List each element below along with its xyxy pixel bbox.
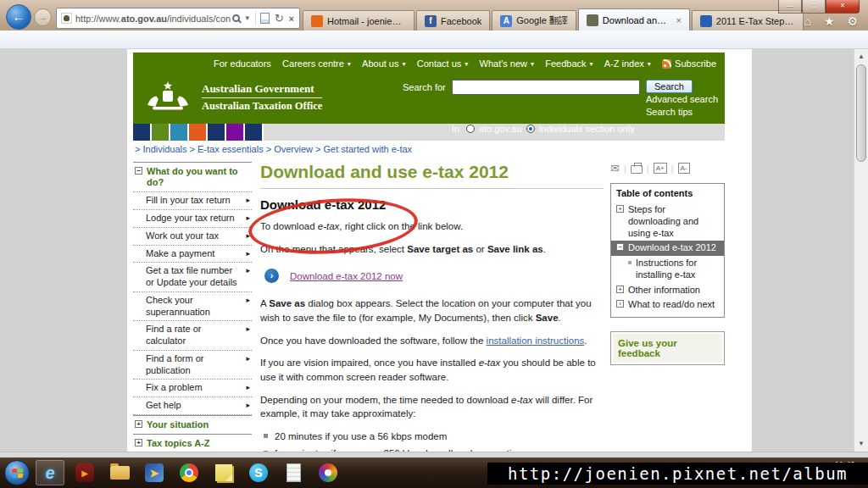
taskbar-notepad-icon[interactable] [279,460,308,485]
tab-google-translate[interactable]: A Google 翻譯 [492,10,576,30]
close-button[interactable]: × [826,0,860,14]
expand-icon[interactable]: + [616,205,624,213]
search-button[interactable]: Search [646,80,693,93]
section-tab[interactable] [226,124,243,141]
search-input[interactable] [452,80,640,95]
scrollbar-thumb[interactable] [856,64,866,162]
section-tab[interactable] [170,124,187,141]
email-icon[interactable]: ✉ [610,162,620,175]
taskbar-chrome-icon[interactable] [175,460,203,485]
download-etax-link[interactable]: Download e-tax 2012 now [290,271,403,281]
print-icon[interactable] [631,165,643,174]
section-tab[interactable] [189,124,206,141]
header-nav-item[interactable]: A-Z index ▾ [604,58,651,69]
expand-icon[interactable]: + [135,420,142,428]
taskbar-folder-icon[interactable] [105,460,134,485]
sidebar-section[interactable]: + Your situation [133,415,252,434]
sidebar-link[interactable]: Fill in your tax return ▸ [133,192,252,210]
radio-ato-gov-au[interactable] [466,125,475,133]
chevron-down-icon: ▾ [465,60,468,68]
tab-facebook[interactable]: f Facebook [416,10,490,30]
sidebar-section-what-to-do[interactable]: − What do you want to do? [133,162,252,192]
tab-ato-download[interactable]: Download and use ... × [578,8,690,30]
toc-item[interactable]: − Download e-tax 2012 [611,241,724,256]
expand-icon[interactable]: + [616,286,624,293]
section-tab[interactable] [152,124,169,141]
sidebar-link[interactable]: Get a tax file number or Update your det… [133,263,252,292]
header-nav-item[interactable]: About us ▾ [362,58,405,69]
search-scope-label: In: [452,124,462,134]
radio-individuals-only[interactable] [526,125,535,133]
taskbar-sticky-notes-icon[interactable] [209,460,238,485]
search-icon[interactable] [232,14,240,22]
header-nav-item[interactable]: Careers centre ▾ [282,58,351,69]
vertical-scrollbar[interactable]: ▲ ▼ [854,49,868,458]
stop-icon[interactable]: × [289,14,294,24]
expand-icon[interactable]: + [135,439,142,446]
text-larger-icon[interactable]: A+ [654,163,667,174]
start-button[interactable] [4,460,30,485]
feedback-button[interactable]: Give us your feedback [610,331,725,365]
scroll-up-arrow[interactable]: ▲ [854,50,868,64]
site-logo[interactable]: Australian Government Australian Taxatio… [142,80,322,114]
sidebar-link[interactable]: Find a rate or calculator ▸ [133,321,252,351]
sidebar-link[interactable]: Find a form or publication ▸ [133,351,252,380]
tab-favicon: A [500,15,512,27]
address-dropdown-icon[interactable]: ▼ [244,14,251,22]
list-item: 20 minutes if you use a 56 kbps modem [264,430,604,443]
sidebar-link[interactable]: Make a payment ▸ [133,246,252,263]
paragraph: On the menu that appears, select Save ta… [260,242,604,257]
sidebar-link[interactable]: Get help ▸ [133,397,252,415]
toc-item[interactable]: + Other information [616,283,719,298]
favorites-star-icon[interactable]: ★ [824,14,835,28]
tools-gear-icon[interactable]: ⚙ [847,14,858,28]
scroll-down-arrow[interactable]: ▼ [854,437,868,451]
section-tab[interactable] [208,124,225,141]
toc-item[interactable]: Instructions for installing e-tax [616,256,719,283]
back-button[interactable]: ← [6,4,31,30]
taskbar-skype-icon[interactable]: S [244,460,273,485]
sidebar-section[interactable]: + Tax topics A-Z [133,434,252,452]
section-tab[interactable] [133,124,150,141]
forward-button[interactable]: → [34,8,52,26]
header-nav-item[interactable]: Contact us ▾ [417,58,469,69]
sidebar-link[interactable]: Work out your tax ▸ [133,228,252,246]
square-bullet [264,434,268,438]
chevron-down-icon: ▾ [590,60,593,68]
expand-icon[interactable]: − [616,243,624,251]
section-heading: Download e-tax 2012 [260,197,604,212]
minimize-button[interactable]: — [778,0,802,14]
left-sidebar: − What do you want to do? Fill in your t… [133,162,252,458]
header-nav-item[interactable]: What's new ▾ [480,58,535,69]
address-bar[interactable]: http://www.ato.gov.au/individuals/conten… [56,8,300,29]
expand-icon[interactable]: › [616,300,624,308]
toc-item[interactable]: + Steps for downloading and using e-tax [616,202,719,241]
logo-line1: Australian Government [202,82,322,96]
taskbar-internet-explorer-icon[interactable]: e [36,460,64,485]
header-nav-item[interactable]: For educators [214,58,271,69]
home-icon[interactable]: ⌂ [804,14,810,28]
tab-hotmail[interactable]: Hotmail - joenien@ho... [303,10,415,30]
text-smaller-icon[interactable]: A- [678,163,690,174]
breadcrumb[interactable]: > Individuals > E-tax essentials > Overv… [133,141,725,159]
url-text[interactable]: http://www.ato.gov.au/individuals/conten… [75,14,231,24]
taskbar-media-player-icon[interactable]: ▶ [70,460,99,485]
sidebar-link[interactable]: Fix a problem ▸ [133,380,252,397]
advanced-search-link[interactable]: Advanced search [646,93,718,106]
subscribe-link[interactable]: Subscribe [662,58,716,69]
header-nav-item[interactable]: Feedback ▾ [545,58,593,69]
toc-item[interactable]: › What to read/do next [616,297,719,313]
taskbar-app-icon[interactable]: ➤ [140,460,169,485]
tab-favicon: f [425,15,437,27]
sidebar-link[interactable]: Check your superannuation ▸ [133,292,252,322]
maximize-button[interactable]: □ [802,0,826,14]
collapse-icon[interactable]: − [135,167,142,175]
search-scope: In: ato.gov.au Individuals section only [452,124,640,134]
section-tab[interactable] [245,124,262,141]
refresh-icon[interactable]: ↻ [275,12,284,25]
tab-close-icon[interactable]: × [676,15,681,25]
sidebar-link[interactable]: Lodge your tax return ▸ [133,210,252,228]
taskbar-paint-icon[interactable] [314,460,342,485]
search-tips-link[interactable]: Search tips [646,106,718,119]
compatibility-view-icon[interactable] [260,13,270,24]
